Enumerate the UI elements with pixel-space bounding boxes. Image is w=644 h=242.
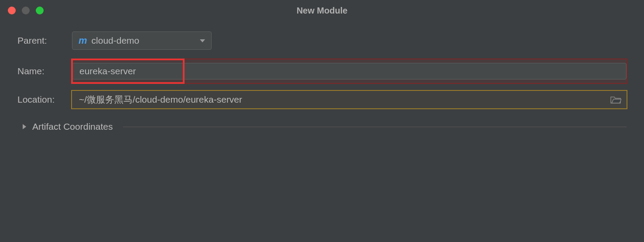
expand-triangle-icon[interactable] [23,124,26,129]
content-area: Parent: m cloud-demo Name: Location: [0,21,644,132]
chevron-down-icon [200,39,205,42]
parent-dropdown-value: cloud-demo [92,35,195,46]
location-input[interactable] [72,93,610,107]
name-field-wrap [72,63,627,80]
close-window-button[interactable] [8,7,16,14]
maven-icon: m [79,35,87,46]
artifact-coordinates-section: Artifact Coordinates [17,121,627,132]
location-field-wrap [72,93,627,107]
name-label: Name: [17,66,72,76]
name-row: Name: [17,63,627,80]
artifact-coordinates-label: Artifact Coordinates [32,121,113,132]
parent-dropdown[interactable]: m cloud-demo [72,31,212,50]
maximize-window-button[interactable] [36,7,44,14]
titlebar: New Module [0,0,644,21]
minimize-window-button[interactable] [22,7,30,14]
location-label: Location: [17,94,72,105]
parent-row: Parent: m cloud-demo [17,31,627,50]
folder-browse-icon[interactable] [610,95,621,104]
window-title: New Module [297,6,348,16]
divider-line [123,127,627,127]
parent-label: Parent: [17,35,72,46]
traffic-lights [8,7,44,14]
location-row: Location: [17,93,627,107]
name-input[interactable] [72,63,627,80]
